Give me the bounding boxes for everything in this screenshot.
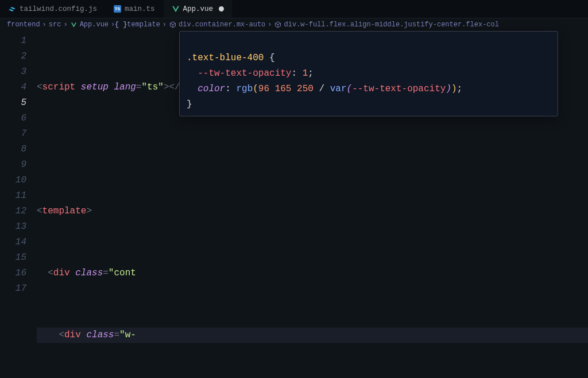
tab-bar: tailwind.config.js TS main.ts App.vue: [0, 0, 588, 18]
gutter: 1 2 3 4 5 6 7 8 9 10 11 12 13 14 15 16 1…: [0, 31, 37, 378]
ts-icon: TS: [114, 5, 121, 13]
hover-tooltip: .text-blue-400 { --tw-text-opacity: 1; c…: [179, 31, 558, 116]
crumb-item[interactable]: div.container.mx-auto: [169, 21, 265, 29]
chevron-right-icon: ›: [42, 21, 47, 29]
vue-icon: [70, 21, 78, 29]
tab-label: App.vue: [183, 5, 214, 13]
chevron-right-icon: ›: [63, 21, 67, 29]
cube-icon: [274, 21, 282, 29]
editor[interactable]: 1 2 3 4 5 6 7 8 9 10 11 12 13 14 15 16 1…: [0, 31, 588, 378]
code-line[interactable]: [37, 142, 588, 157]
breadcrumb: frontend › src › App.vue › { } template …: [0, 18, 588, 31]
chevron-right-icon: ›: [268, 21, 272, 29]
braces-icon: { }: [117, 21, 125, 29]
cube-icon: [169, 21, 176, 29]
crumb-item[interactable]: src: [49, 21, 61, 29]
dirty-indicator-icon: [219, 6, 224, 11]
code-area[interactable]: <script setup lang="ts"></script> <templ…: [37, 31, 588, 378]
tab-label: main.ts: [125, 5, 155, 13]
crumb-item[interactable]: frontend: [7, 21, 40, 29]
crumb-item[interactable]: App.vue: [70, 21, 109, 29]
code-line[interactable]: <div class="cont: [37, 266, 588, 281]
tab-tailwind-config[interactable]: tailwind.config.js: [0, 0, 106, 18]
vue-icon: [172, 5, 180, 13]
crumb-item[interactable]: { } template: [117, 21, 160, 29]
tab-main-ts[interactable]: TS main.ts: [106, 0, 164, 18]
code-line[interactable]: <div class="w-: [37, 328, 588, 343]
crumb-item[interactable]: div.w-full.flex.align-middle.justify-cen…: [274, 21, 499, 29]
tab-app-vue[interactable]: App.vue: [164, 0, 233, 18]
chevron-right-icon: ›: [163, 21, 167, 29]
code-line[interactable]: <template>: [37, 204, 588, 219]
tailwind-icon: [8, 5, 16, 13]
tab-label: tailwind.config.js: [20, 5, 97, 13]
